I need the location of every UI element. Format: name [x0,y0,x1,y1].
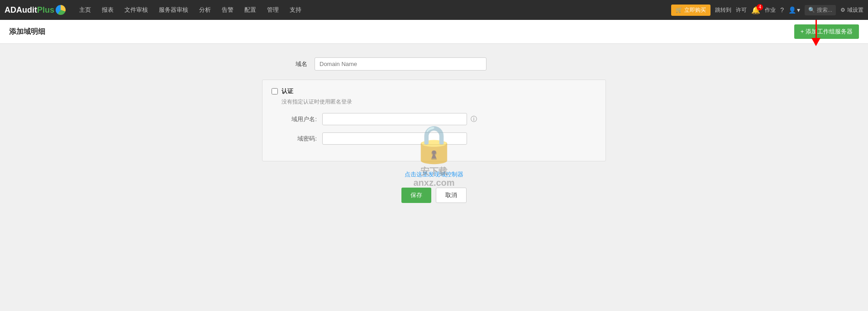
save-button[interactable]: 保存 [401,188,431,203]
chevron-down-icon: ▾ [797,6,800,14]
logo-text: ADAuditPlus [5,5,54,15]
auth-checkbox[interactable] [272,88,278,94]
main-content: 域名 认证 没有指定认证时使用匿名登录 域用户名: ⓘ 域密码: [0,44,868,310]
task-button[interactable]: 作业 [765,6,776,14]
username-input[interactable] [322,113,467,125]
sub-header: 添加域明细 + 添加工作组服务器 [0,20,868,44]
nav-item-file-audit[interactable]: 文件审核 [120,3,153,17]
nav-item-server-audit[interactable]: 服务器审核 [154,3,193,17]
username-label: 域用户名: [281,115,317,123]
jump-to-link[interactable]: 跳转到 [715,6,731,14]
help-button[interactable]: ? [780,6,784,14]
username-help-icon[interactable]: ⓘ [471,115,477,123]
auth-section: 认证 没有指定认证时使用匿名登录 域用户名: ⓘ 域密码: [262,80,606,161]
logo-icon [56,5,66,15]
username-row: 域用户名: ⓘ [272,113,596,125]
logo: ADAuditPlus [5,5,66,15]
discover-link-anchor[interactable]: 点击这里发现域控制器 [405,171,463,178]
discover-controllers-link: 点击这里发现域控制器 [262,170,606,179]
domain-settings-button[interactable]: ⚙ 域设置 [840,6,863,14]
form-buttons: 保存 取消 [262,188,606,203]
password-row: 域密码: [272,132,596,145]
nav-item-support[interactable]: 支持 [285,3,306,17]
notification-bell[interactable]: 🔔 4 [751,6,760,14]
buy-button[interactable]: 🛒 立即购买 [671,5,711,16]
gear-icon: ⚙ [840,7,845,13]
top-navigation: ADAuditPlus 主页 报表 文件审核 服务器审核 分析 告警 配置 管理… [0,0,868,20]
page-title: 添加域明细 [9,27,45,37]
search-icon: 🔍 [808,7,815,13]
form-container: 域名 认证 没有指定认证时使用匿名登录 域用户名: ⓘ 域密码: [262,57,606,203]
nav-item-analysis[interactable]: 分析 [195,3,215,17]
auth-subtitle: 没有指定认证时使用匿名登录 [281,98,596,106]
auth-header: 认证 [272,87,596,95]
main-nav-menu: 主页 报表 文件审核 服务器审核 分析 告警 配置 管理 支持 [75,3,671,17]
arrow-indicator [811,20,820,46]
nav-item-home[interactable]: 主页 [75,3,95,17]
auth-title: 认证 [281,87,293,95]
nav-item-admin[interactable]: 管理 [262,3,283,17]
domain-name-input[interactable] [315,57,486,71]
cancel-button[interactable]: 取消 [436,188,467,203]
account-icon: 👤 [788,6,796,14]
nav-item-alerts[interactable]: 告警 [217,3,238,17]
cart-icon: 🛒 [676,7,682,13]
domain-name-row: 域名 [262,57,606,71]
account-button[interactable]: 👤 ▾ [788,6,800,14]
notification-badge: 4 [757,4,763,10]
topnav-right: 🛒 立即购买 跳转到 许可 🔔 4 作业 ? 👤 ▾ 🔍 搜索... ⚙ 域设置 [671,5,863,16]
password-label: 域密码: [281,135,317,143]
permit-label: 许可 [736,6,747,14]
nav-item-reports[interactable]: 报表 [97,3,118,17]
add-workgroup-button[interactable]: + 添加工作组服务器 [794,24,859,39]
search-bar[interactable]: 🔍 搜索... [805,5,836,15]
password-input[interactable] [322,132,467,145]
nav-item-config[interactable]: 配置 [240,3,261,17]
domain-name-label: 域名 [289,60,307,68]
